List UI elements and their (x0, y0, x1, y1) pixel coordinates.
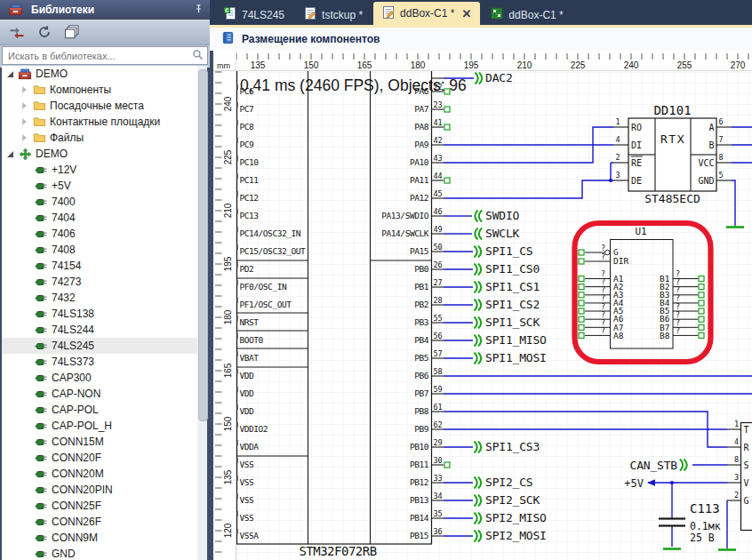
tree-item-label: 7432 (52, 292, 76, 304)
tree-item-7406[interactable]: 7406 (2, 226, 197, 242)
doc-schematic-icon (382, 6, 395, 21)
tree-item-7432[interactable]: 7432 (2, 290, 197, 306)
svg-text:150: 150 (304, 60, 319, 70)
search-icon[interactable] (192, 48, 204, 64)
svg-text:VBAT: VBAT (240, 353, 260, 363)
svg-text:PC7: PC7 (240, 104, 254, 114)
component-icon (34, 195, 48, 209)
doc-component-icon (224, 7, 236, 22)
tab-ddbox-c1-[interactable]: ddBox-C1 * (482, 4, 572, 25)
svg-text:SPI2_CS: SPI2_CS (485, 476, 532, 489)
component-icon (34, 275, 48, 289)
tree-item-conn20m[interactable]: CONN20M (2, 466, 197, 482)
svg-text:RTX: RTX (660, 132, 685, 146)
svg-text:PC10: PC10 (240, 157, 260, 167)
svg-text:A: A (708, 123, 714, 132)
svg-text:RO: RO (631, 123, 642, 132)
document-tabbar: 74LS245tstckup *ddBox-C1 *✕ddBox-C1 * (210, 0, 752, 25)
tab-close-icon[interactable]: ✕ (461, 8, 471, 20)
component-icon (34, 467, 48, 481)
tree-item-7400[interactable]: 7400 (2, 194, 197, 210)
svg-text:SPI2_MISO: SPI2_MISO (485, 511, 547, 524)
tree-item-+5v[interactable]: +5V (2, 178, 197, 194)
svg-text:SPI1_CS3: SPI1_CS3 (485, 440, 540, 453)
pin-icon[interactable] (194, 4, 204, 17)
svg-text:SPI1_CS: SPI1_CS (485, 244, 532, 258)
symbols-icon (18, 147, 32, 161)
svg-text:PB12: PB12 (410, 477, 428, 487)
svg-text:G: G (744, 496, 749, 506)
expander-collapsed-icon[interactable] (20, 85, 30, 95)
expander-open-icon[interactable] (6, 149, 16, 159)
tree-item-label: CAP-POL_H (52, 420, 112, 432)
svg-text:PC13: PC13 (240, 211, 259, 220)
tree-scrollbar-thumb[interactable] (198, 69, 208, 421)
svg-text:150: 150 (223, 416, 233, 431)
svg-text:210: 210 (517, 60, 532, 70)
library-icon (18, 67, 32, 81)
schematic-canvas[interactable]: 1351501651801952102252402552702402252101… (213, 51, 752, 560)
tree-scrollbar[interactable] (197, 66, 207, 560)
svg-text:165: 165 (223, 363, 233, 378)
tree-item-74ls244[interactable]: 74LS244 (2, 322, 197, 338)
tree-item-74ls245[interactable]: 74LS245 (2, 338, 197, 354)
expander-open-icon[interactable] (6, 69, 16, 79)
tree-item-контактные-площадки[interactable]: Контактные площадки (2, 114, 197, 130)
search-input[interactable] (6, 50, 192, 62)
svg-text:PB5: PB5 (414, 353, 428, 363)
tree-item-7404[interactable]: 7404 (2, 210, 197, 226)
tree-item-+12v[interactable]: +12V (2, 162, 197, 178)
svg-text:SWCLK: SWCLK (485, 227, 520, 240)
svg-text:PC15/OSC32_OUT: PC15/OSC32_OUT (240, 246, 307, 256)
tree-item-demo[interactable]: DEMO (2, 146, 197, 162)
svg-text:50: 50 (434, 243, 443, 252)
tree-item-cap-pol[interactable]: CAP-POL (2, 402, 197, 418)
tree-item-conn15m[interactable]: CONN15M (2, 434, 197, 450)
tree-item-gnd[interactable]: GND (2, 546, 197, 560)
tree-item-conn9m[interactable]: CONN9M (2, 530, 197, 546)
library-icon (8, 3, 22, 17)
component-icon (34, 419, 48, 433)
svg-text:2: 2 (616, 153, 620, 162)
tree-item-74ls373[interactable]: 74LS373 (2, 354, 197, 370)
tree-item-conn20pin[interactable]: CONN20PIN (2, 482, 197, 498)
rs485-transceiver[interactable]: DD101ST485ECDRTX1RO4DI2RE3DE6A7B8VCC5GND (613, 103, 732, 205)
svg-text:PB6: PB6 (414, 371, 429, 380)
tree-item-компоненты[interactable]: Компоненты (2, 82, 197, 98)
svg-text:PA13/SWDIO: PA13/SWDIO (381, 211, 428, 220)
tree-item-label: 74LS245 (52, 340, 94, 352)
svg-text:NRST: NRST (240, 317, 260, 327)
tree-item-посадочные-места[interactable]: Посадочные места (2, 98, 197, 114)
libraries-panel-titlebar[interactable]: Библиотеки (0, 0, 210, 20)
svg-text:255: 255 (677, 60, 692, 70)
tree-item-label: 7408 (52, 244, 76, 256)
import-export-icon[interactable] (6, 21, 28, 43)
tree-item-conn20f[interactable]: CONN20F (2, 450, 197, 466)
expander-collapsed-icon[interactable] (20, 117, 30, 127)
expander-collapsed-icon[interactable] (20, 133, 30, 143)
refresh-icon[interactable] (34, 21, 55, 43)
tab-label: ddBox-C1 * (400, 7, 454, 20)
tab-ddbox-c1-[interactable]: ddBox-C1 *✕ (373, 2, 480, 25)
tree-item-cap300[interactable]: CAP300 (2, 370, 197, 386)
tree-item-conn26f[interactable]: CONN26F (2, 514, 197, 530)
expander-collapsed-icon[interactable] (20, 101, 30, 111)
svg-text:135: 135 (251, 60, 266, 70)
tree-item-cap-pol-h[interactable]: CAP-POL_H (2, 418, 197, 434)
windows-icon[interactable] (61, 21, 83, 43)
tab-74ls245[interactable]: 74LS245 (215, 4, 293, 25)
folder-icon (32, 99, 46, 113)
tab-tstckup-[interactable]: tstckup * (295, 4, 372, 25)
svg-text:PB2: PB2 (414, 300, 428, 309)
tree-item-7408[interactable]: 7408 (2, 242, 197, 258)
tree-item-demo[interactable]: DEMO (2, 66, 197, 82)
tree-item-conn25f[interactable]: CONN25F (2, 498, 197, 514)
svg-text:8: 8 (719, 153, 724, 162)
tree-item-74154[interactable]: 74154 (2, 258, 197, 274)
tree-item-74273[interactable]: 74273 (2, 274, 197, 290)
tree-item-файлы[interactable]: Файлы (2, 130, 197, 146)
svg-text:180: 180 (223, 309, 233, 324)
tree-item-74ls138[interactable]: 74LS138 (2, 306, 197, 322)
svg-text:PC11: PC11 (240, 175, 260, 185)
tree-item-cap-non[interactable]: CAP-NON (2, 386, 197, 402)
